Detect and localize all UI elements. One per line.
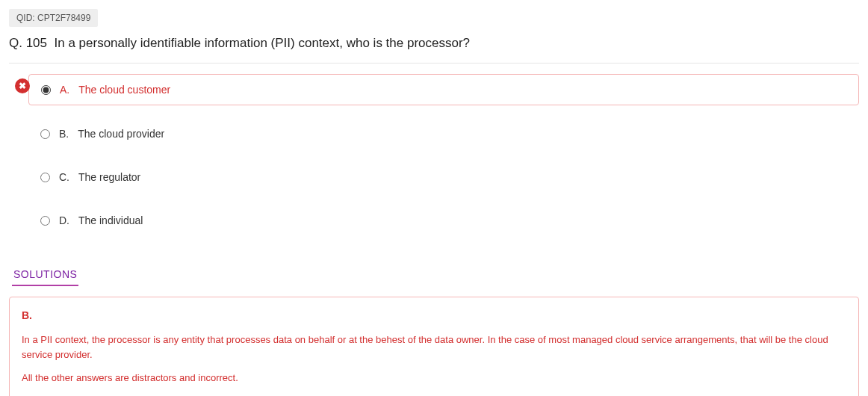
option-b-text: The cloud provider bbox=[78, 128, 164, 140]
question-number: Q. 105 bbox=[9, 36, 47, 50]
wrong-icon: ✖ bbox=[15, 78, 30, 93]
options-container: ✖ A. The cloud customer B. The cloud pro… bbox=[9, 74, 859, 235]
correct-answer-letter: B. bbox=[22, 308, 846, 324]
solution-paragraph-1: In a PII context, the processor is any e… bbox=[22, 332, 846, 362]
solutions-tab[interactable]: SOLUTIONS bbox=[12, 264, 78, 286]
option-b-radio[interactable] bbox=[40, 129, 50, 139]
option-d-letter: D. bbox=[59, 214, 69, 226]
option-c-text: The regulator bbox=[78, 171, 140, 183]
option-c-radio[interactable] bbox=[40, 173, 50, 182]
option-d-text: The individual bbox=[78, 214, 143, 226]
question-body: In a personally identifiable information… bbox=[55, 36, 471, 50]
solution-paragraph-2: All the other answers are distractors an… bbox=[22, 371, 846, 386]
option-c[interactable]: C. The regulator bbox=[28, 162, 859, 192]
option-b-letter: B. bbox=[59, 128, 69, 140]
option-a-text: The cloud customer bbox=[78, 84, 170, 96]
divider bbox=[9, 63, 859, 64]
question-heading: Q. 105 In a personally identifiable info… bbox=[9, 36, 859, 51]
option-d[interactable]: D. The individual bbox=[28, 205, 859, 235]
option-a-radio[interactable] bbox=[41, 85, 51, 95]
option-c-letter: C. bbox=[59, 171, 69, 183]
option-a-letter: A. bbox=[60, 84, 69, 96]
solution-panel: B. In a PII context, the processor is an… bbox=[9, 297, 859, 396]
option-a[interactable]: A. The cloud customer bbox=[28, 74, 859, 105]
qid-badge: QID: CPT2F78499 bbox=[9, 9, 98, 27]
option-d-radio[interactable] bbox=[40, 216, 50, 226]
option-b[interactable]: B. The cloud provider bbox=[28, 119, 859, 149]
